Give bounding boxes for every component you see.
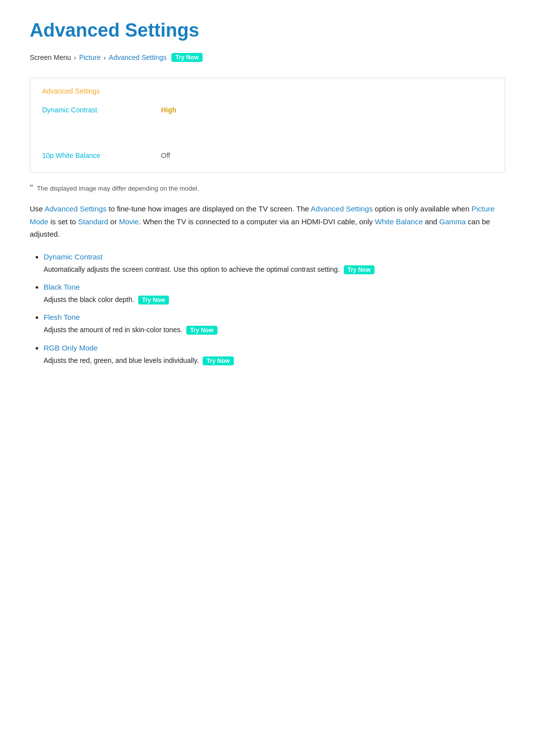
flesh-tone-desc: Adjusts the amount of red in skin-color … xyxy=(44,324,505,335)
desc-intro-start: Use xyxy=(30,204,45,213)
desc-link-white-balance[interactable]: White Balance xyxy=(375,217,423,226)
black-tone-try-now[interactable]: Try Now xyxy=(138,296,169,304)
rgb-only-mode-title[interactable]: RGB Only Mode xyxy=(44,344,505,352)
breadcrumb-try-now-badge[interactable]: Try Now xyxy=(171,53,203,62)
desc-link-movie[interactable]: Movie xyxy=(119,217,139,226)
rgb-only-mode-try-now[interactable]: Try Now xyxy=(203,356,234,365)
list-item-rgb-only-mode: RGB Only Mode Adjusts the red, green, an… xyxy=(44,344,505,366)
list-item-flesh-tone: Flesh Tone Adjusts the amount of red in … xyxy=(44,313,505,335)
black-tone-title[interactable]: Black Tone xyxy=(44,283,505,291)
desc-mid3: is set to xyxy=(49,217,78,226)
desc-end2: and xyxy=(423,217,439,226)
settings-panel: Advanced Settings Dynamic Contrast High … xyxy=(30,78,505,173)
dynamic-contrast-try-now[interactable]: Try Now xyxy=(344,265,375,274)
desc-mid1: to fine-tune how images are displayed on… xyxy=(107,204,311,213)
dynamic-contrast-title[interactable]: Dynamic Contrast xyxy=(44,252,505,261)
desc-end1: . When the TV is connected to a computer… xyxy=(139,217,375,226)
page-title: Advanced Settings xyxy=(30,20,505,41)
desc-link-gamma[interactable]: Gamma xyxy=(439,217,466,226)
note-text: The displayed image may differ depending… xyxy=(37,185,199,192)
flesh-tone-title[interactable]: Flesh Tone xyxy=(44,313,505,321)
flesh-tone-try-now[interactable]: Try Now xyxy=(186,326,217,335)
desc-link-advanced-settings-2[interactable]: Advanced Settings xyxy=(311,204,373,213)
breadcrumb-screen-menu: Screen Menu xyxy=(30,53,71,61)
settings-row-dynamic-contrast: Dynamic Contrast High xyxy=(42,102,493,118)
breadcrumb-picture[interactable]: Picture xyxy=(79,53,101,61)
description-block: Use Advanced Settings to fine-tune how i… xyxy=(30,202,505,241)
feature-list: Dynamic Contrast Automatically adjusts t… xyxy=(30,252,505,366)
note-block: " The displayed image may differ dependi… xyxy=(30,185,505,193)
desc-link-standard[interactable]: Standard xyxy=(78,217,108,226)
white-balance-label[interactable]: 10p White Balance xyxy=(42,151,121,159)
breadcrumb-sep-1: › xyxy=(74,54,76,61)
desc-mid4: or xyxy=(108,217,119,226)
desc-mid2: option is only available when xyxy=(373,204,471,213)
breadcrumb-advanced-settings[interactable]: Advanced Settings xyxy=(109,53,167,61)
list-item-dynamic-contrast: Dynamic Contrast Automatically adjusts t… xyxy=(44,252,505,275)
breadcrumb-sep-2: › xyxy=(104,54,106,61)
black-tone-desc: Adjusts the black color depth. Try Now xyxy=(44,294,505,305)
dynamic-contrast-label[interactable]: Dynamic Contrast xyxy=(42,106,121,114)
settings-panel-title: Advanced Settings xyxy=(42,87,493,95)
settings-row-white-balance: 10p White Balance Off xyxy=(42,148,493,163)
note-quote-icon: " xyxy=(30,184,33,193)
white-balance-value: Off xyxy=(161,151,170,159)
breadcrumb: Screen Menu › Picture › Advanced Setting… xyxy=(30,53,505,62)
list-item-black-tone: Black Tone Adjusts the black color depth… xyxy=(44,283,505,305)
rgb-only-mode-desc: Adjusts the red, green, and blue levels … xyxy=(44,355,505,366)
dynamic-contrast-value: High xyxy=(161,106,176,114)
dynamic-contrast-desc: Automatically adjusts the screen contras… xyxy=(44,264,505,275)
desc-link-advanced-settings-1[interactable]: Advanced Settings xyxy=(45,204,107,213)
